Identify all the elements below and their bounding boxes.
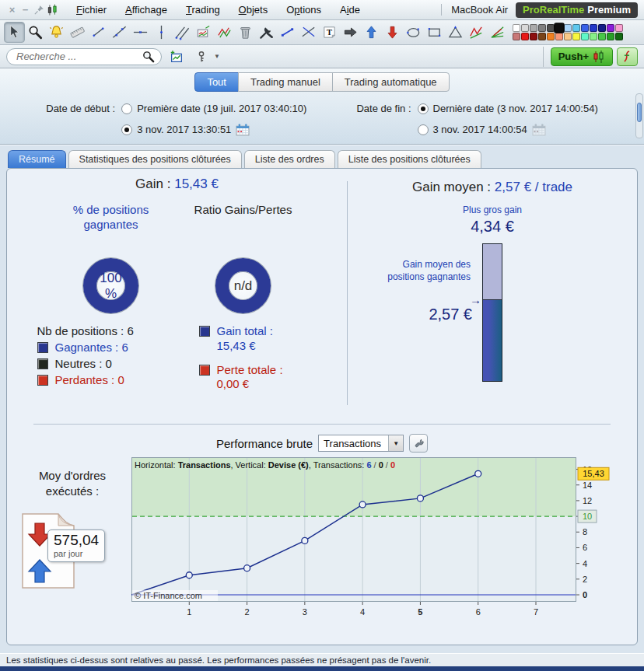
tool-wedge-pattern-icon[interactable] xyxy=(487,22,508,43)
color-swatch[interactable] xyxy=(598,24,606,32)
key-button[interactable] xyxy=(191,47,212,67)
tool-alerts-icon[interactable] xyxy=(46,22,67,43)
avg-orders-value-box: 575,04 par jour xyxy=(47,529,105,562)
tab-liste-des-positions-cloturees[interactable]: Liste des positions clôturées xyxy=(338,150,481,168)
tool-text-icon[interactable]: T xyxy=(319,22,340,43)
date-end-radio-1[interactable] xyxy=(418,103,429,114)
tab-trading-manuel[interactable]: Trading manuel xyxy=(238,72,333,92)
tool-tools-icon[interactable] xyxy=(256,22,277,43)
tool-triangle-icon[interactable] xyxy=(445,22,466,43)
color-swatch[interactable] xyxy=(598,33,606,40)
chart-area: Moy d'ordres exécutés : 575,04 par jour … xyxy=(7,457,637,625)
donut-value: 100 % xyxy=(96,271,125,302)
color-swatch[interactable] xyxy=(572,24,580,32)
tool-ruler-icon[interactable] xyxy=(67,22,88,43)
tool-crossed-lines-icon[interactable] xyxy=(298,22,319,43)
date-end-label: Date de fin : xyxy=(356,103,413,114)
menu-item-aide[interactable]: Aide xyxy=(331,2,369,17)
horizontal-divider xyxy=(33,424,611,425)
tool-zigzag-icon[interactable] xyxy=(214,22,235,43)
tool-trash-icon[interactable] xyxy=(235,22,256,43)
menu-item-trading[interactable]: Trading xyxy=(177,2,229,17)
status-bar: Les statistiques ci-dessus sont relative… xyxy=(0,653,644,666)
tool-pointer-icon[interactable] xyxy=(4,22,25,43)
menu-item-options[interactable]: Options xyxy=(278,2,330,17)
tool-zigzag-pattern-icon[interactable] xyxy=(466,22,487,43)
search-input[interactable] xyxy=(15,50,138,63)
date-end-radio-2[interactable] xyxy=(418,124,429,135)
color-swatch[interactable] xyxy=(538,24,546,32)
minimize-icon[interactable]: − xyxy=(19,4,31,16)
svg-text:2: 2 xyxy=(245,607,250,617)
tab-trading-automatique[interactable]: Trading automatique xyxy=(332,72,450,92)
legend-row: Nb de positions : 6 Gagnantes : 6Neutres… xyxy=(7,324,347,392)
svg-text:8: 8 xyxy=(583,527,587,536)
color-swatch[interactable] xyxy=(521,33,529,40)
tool-horizontal-line-icon[interactable] xyxy=(130,22,151,43)
summary-top: Gain : 15,43 € % de positions gagnantes1… xyxy=(7,169,637,421)
color-swatch[interactable] xyxy=(615,33,623,40)
tool-blue-segment-icon[interactable] xyxy=(277,22,298,43)
color-swatch[interactable] xyxy=(513,33,520,40)
scrollbar-thumb[interactable] xyxy=(637,103,642,122)
color-swatch[interactable] xyxy=(607,24,614,32)
menu-item-affichage[interactable]: Affichage xyxy=(117,2,176,17)
legend-square-icon xyxy=(37,358,48,369)
tool-arrow-right-icon[interactable] xyxy=(340,22,361,43)
color-swatch[interactable] xyxy=(521,24,529,32)
legend-item-perdantes: Perdantes : 0 xyxy=(37,373,179,386)
color-swatch[interactable] xyxy=(581,24,589,32)
total-item-perte-totale: Perte totale :0,00 € xyxy=(199,363,317,393)
scrollbar[interactable] xyxy=(635,93,643,138)
calendar-icon[interactable] xyxy=(236,123,250,136)
tool-rectangle-icon[interactable] xyxy=(424,22,445,43)
color-swatch[interactable] xyxy=(581,33,589,40)
tool-annotation-chart-icon[interactable] xyxy=(193,22,214,43)
flash-order-button[interactable] xyxy=(617,47,638,66)
color-swatch[interactable] xyxy=(607,33,614,40)
tool-vertical-line-icon[interactable] xyxy=(151,22,172,43)
search-icon[interactable] xyxy=(138,47,159,67)
tool-zoom-icon[interactable] xyxy=(25,22,46,43)
color-swatch[interactable] xyxy=(513,24,520,32)
menu-items: FichierAffichageTradingObjetsOptionsAide xyxy=(68,2,369,17)
avg-orders-label: Moy d'ordres exécutés : xyxy=(32,468,113,500)
performance-grouping-select[interactable]: Transactions ▼ xyxy=(318,435,404,452)
legend-item-neutres: Neutres : 0 xyxy=(37,357,179,370)
date-start-radio-1[interactable] xyxy=(121,103,132,114)
date-start-group: Date de début :Première date (19 juil. 2… xyxy=(46,103,306,136)
tool-segment-icon[interactable] xyxy=(88,22,109,43)
tool-parallel-lines-icon[interactable] xyxy=(172,22,193,43)
color-swatch[interactable] xyxy=(530,24,537,32)
tab-tout[interactable]: Tout xyxy=(194,72,239,92)
color-swatch[interactable] xyxy=(590,24,597,32)
tab-liste-des-ordres[interactable]: Liste des ordres xyxy=(244,150,335,168)
color-swatch[interactable] xyxy=(615,24,623,32)
color-swatch[interactable] xyxy=(547,33,555,40)
performance-chart-svg: Horizontal: Transactions, Vertical: Devi… xyxy=(131,457,635,622)
tab-statistiques-des-positions-cloturees[interactable]: Statistiques des positions clôturées xyxy=(68,150,242,168)
color-swatch[interactable] xyxy=(530,33,537,40)
menu-item-fichier[interactable]: Fichier xyxy=(68,2,115,17)
color-swatch[interactable] xyxy=(590,33,597,40)
chart-settings-button[interactable] xyxy=(409,434,428,453)
new-chart-button[interactable] xyxy=(166,47,187,67)
color-swatch[interactable] xyxy=(555,33,563,40)
color-swatch[interactable] xyxy=(554,23,565,33)
color-swatch[interactable] xyxy=(538,33,546,40)
color-swatch[interactable] xyxy=(564,24,572,32)
close-icon[interactable]: × xyxy=(6,4,18,16)
pin-icon[interactable] xyxy=(33,4,44,16)
color-swatch[interactable] xyxy=(564,33,572,40)
tool-line-icon[interactable] xyxy=(109,22,130,43)
search-row: ▼ Push+ xyxy=(0,45,644,68)
date-start-radio-2[interactable] xyxy=(121,124,132,135)
svg-text:0: 0 xyxy=(583,590,587,599)
color-swatch[interactable] xyxy=(572,33,580,40)
push-button[interactable]: Push+ xyxy=(551,47,613,66)
tab-resume[interactable]: Résumé xyxy=(8,150,66,168)
tool-arrow-up-icon[interactable] xyxy=(361,22,382,43)
tool-arrow-down-icon[interactable] xyxy=(382,22,403,43)
menu-item-objets[interactable]: Objets xyxy=(230,2,277,17)
tool-ellipse-icon[interactable] xyxy=(403,22,424,43)
